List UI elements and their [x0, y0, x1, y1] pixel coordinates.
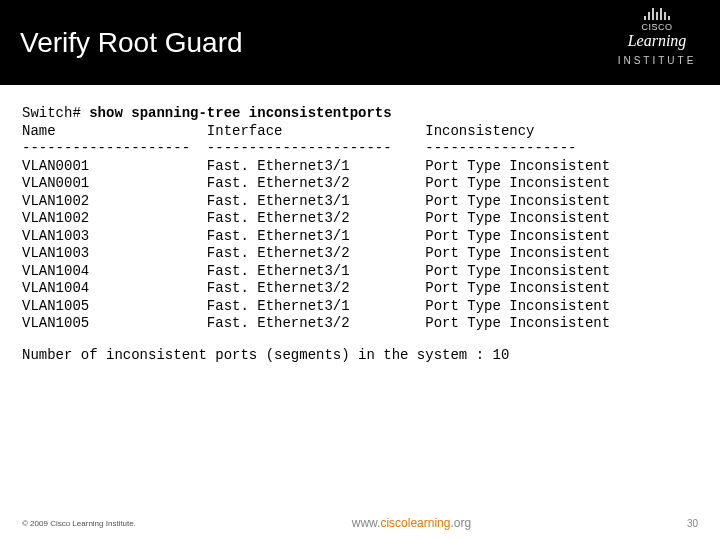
cisco-bars-icon — [612, 8, 702, 20]
brand-main: Learning — [628, 32, 687, 49]
slide-title: Verify Root Guard — [20, 27, 243, 59]
footer-url: www.ciscolearning.org — [352, 516, 471, 530]
copyright: © 2009 Cisco Learning Institute. — [22, 519, 136, 528]
brand-logo: CISCO Learning INSTITUTE — [612, 8, 702, 78]
brand-top: CISCO — [612, 22, 702, 32]
summary-line: Number of inconsistent ports (segments) … — [22, 347, 698, 363]
page-number: 30 — [687, 518, 698, 529]
content-area: Switch# show spanning-tree inconsistentp… — [0, 85, 720, 363]
footer: © 2009 Cisco Learning Institute. www.cis… — [0, 516, 720, 530]
title-bar: Verify Root Guard CISCO Learning INSTITU… — [0, 0, 720, 85]
terminal-output: Switch# show spanning-tree inconsistentp… — [22, 105, 698, 333]
brand-sub: INSTITUTE — [618, 55, 697, 66]
